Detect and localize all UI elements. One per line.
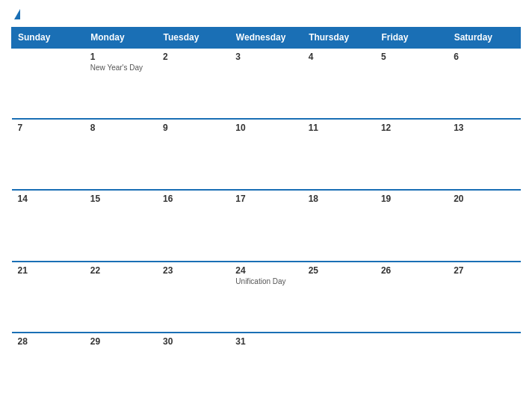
day-number: 21: [18, 265, 78, 276]
day-number: 20: [454, 194, 514, 204]
weekday-header-monday: Monday: [84, 28, 157, 49]
day-number: 23: [163, 265, 223, 276]
day-cell: 30: [157, 333, 229, 404]
day-number: 30: [163, 336, 223, 347]
day-cell: 8: [84, 119, 157, 190]
day-number: 31: [235, 336, 296, 347]
day-event: New Year's Day: [90, 64, 151, 72]
day-number: 14: [18, 194, 78, 204]
day-number: 11: [309, 123, 369, 133]
day-cell: 11: [303, 119, 375, 190]
day-cell: 29: [84, 333, 157, 404]
day-number: 16: [163, 194, 223, 204]
day-number: 25: [309, 265, 369, 276]
day-cell: 28: [12, 333, 84, 404]
day-cell: [12, 48, 84, 119]
day-number: 28: [18, 336, 78, 347]
day-number: 17: [235, 194, 296, 204]
day-cell: 2: [157, 48, 229, 119]
day-cell: 10: [229, 119, 302, 190]
day-event: Unification Day: [235, 277, 296, 285]
week-row-1: 1New Year's Day23456: [12, 48, 521, 119]
weekday-header-thursday: Thursday: [303, 28, 375, 49]
day-cell: 20: [448, 190, 520, 261]
day-cell: 6: [448, 48, 520, 119]
day-cell: 13: [448, 119, 520, 190]
day-cell: 9: [157, 119, 229, 190]
week-row-3: 14151617181920: [12, 190, 521, 261]
day-cell: 16: [157, 190, 229, 261]
week-row-4: 21222324Unification Day252627: [12, 262, 521, 333]
day-number: 24: [235, 265, 296, 276]
day-number: 29: [90, 336, 151, 347]
weekday-header-sunday: Sunday: [12, 28, 84, 49]
logo-triangle-icon: [14, 9, 20, 19]
weekday-header-row: SundayMondayTuesdayWednesdayThursdayFrid…: [12, 28, 521, 49]
weekday-header-tuesday: Tuesday: [157, 28, 229, 49]
day-cell: 18: [303, 190, 375, 261]
day-cell: 24Unification Day: [229, 262, 302, 333]
day-cell: 27: [448, 262, 520, 333]
week-row-2: 78910111213: [12, 119, 521, 190]
day-number: 9: [163, 123, 223, 133]
weekday-header-wednesday: Wednesday: [229, 28, 302, 49]
day-number: 19: [381, 194, 442, 204]
day-number: 26: [381, 265, 442, 276]
calendar-container: SundayMondayTuesdayWednesdayThursdayFrid…: [0, 0, 532, 411]
day-number: 10: [235, 123, 296, 133]
day-cell: 26: [375, 262, 448, 333]
day-cell: [375, 333, 448, 404]
day-cell: [448, 333, 520, 404]
day-cell: 31: [229, 333, 302, 404]
day-number: 22: [90, 265, 151, 276]
day-number: 6: [454, 52, 514, 62]
logo: [11, 7, 25, 21]
day-cell: 3: [229, 48, 302, 119]
calendar-header: [11, 7, 521, 21]
day-number: 13: [454, 123, 514, 133]
day-number: 7: [18, 123, 78, 133]
day-cell: 15: [84, 190, 157, 261]
weekday-header-friday: Friday: [375, 28, 448, 49]
day-number: 8: [90, 123, 151, 133]
day-cell: 5: [375, 48, 448, 119]
day-number: 4: [309, 52, 369, 62]
day-cell: [303, 333, 375, 404]
day-number: 1: [90, 52, 151, 62]
day-number: 12: [381, 123, 442, 133]
day-cell: 17: [229, 190, 302, 261]
day-cell: 1New Year's Day: [84, 48, 157, 119]
day-number: 2: [163, 52, 223, 62]
day-number: 5: [381, 52, 442, 62]
calendar-table: SundayMondayTuesdayWednesdayThursdayFrid…: [11, 27, 521, 404]
day-number: 18: [309, 194, 369, 204]
day-cell: 7: [12, 119, 84, 190]
day-cell: 12: [375, 119, 448, 190]
day-cell: 21: [12, 262, 84, 333]
day-cell: 25: [303, 262, 375, 333]
day-number: 3: [235, 52, 296, 62]
day-cell: 14: [12, 190, 84, 261]
day-number: 15: [90, 194, 151, 204]
day-cell: 19: [375, 190, 448, 261]
day-number: 27: [454, 265, 514, 276]
week-row-5: 28293031: [12, 333, 521, 404]
day-cell: 22: [84, 262, 157, 333]
day-cell: 4: [303, 48, 375, 119]
weekday-header-saturday: Saturday: [448, 28, 520, 49]
day-cell: 23: [157, 262, 229, 333]
